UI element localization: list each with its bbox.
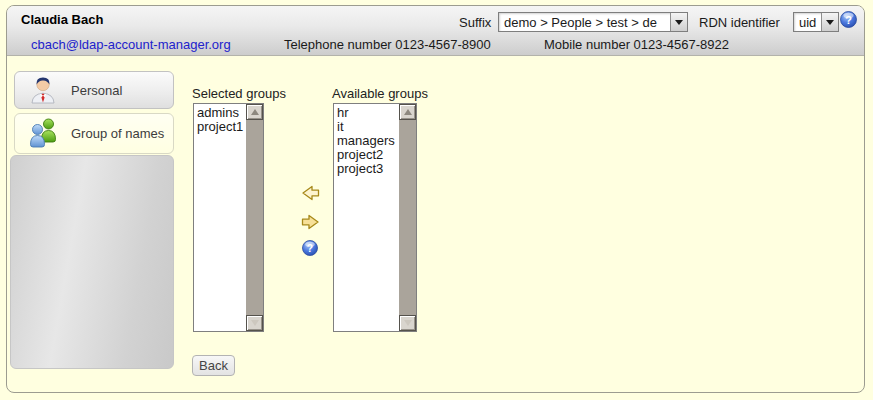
group-icon [29, 116, 57, 151]
tab-group-of-names[interactable]: Group of names [14, 113, 174, 154]
page-title: Claudia Bach [21, 12, 103, 27]
list-item[interactable]: project2 [334, 148, 399, 162]
suffix-select-arrow[interactable] [670, 13, 687, 31]
suffix-select-value: demo > People > test > de [499, 13, 670, 31]
rdn-select-value: uid [794, 13, 821, 31]
svg-text:?: ? [845, 14, 852, 26]
scroll-down-button[interactable] [246, 315, 263, 331]
email-link[interactable]: cbach@ldap-account-manager.org [31, 37, 231, 52]
suffix-label: Suffix [459, 15, 491, 30]
scrollbar[interactable] [246, 104, 263, 331]
scrollbar[interactable] [399, 104, 416, 331]
rdn-identifier-select[interactable]: uid [793, 12, 839, 32]
triangle-up-icon [251, 109, 259, 115]
available-groups-label: Available groups [332, 86, 428, 101]
move-left-arrow-icon[interactable] [301, 185, 320, 204]
list-item[interactable]: it [334, 120, 399, 134]
scroll-up-button[interactable] [246, 104, 263, 120]
triangle-up-icon [404, 109, 412, 115]
move-right-arrow-icon[interactable] [301, 214, 320, 233]
person-icon [29, 74, 57, 107]
available-groups-listbox[interactable]: hritmanagersproject2project3 [333, 103, 417, 332]
scroll-up-button[interactable] [399, 104, 416, 120]
tab-personal-label: Personal [71, 83, 122, 98]
account-header: Claudia Bach cbach@ldap-account-manager.… [7, 6, 864, 56]
tab-group-of-names-label: Group of names [71, 126, 164, 141]
selected-groups-label: Selected groups [192, 86, 286, 101]
available-groups-items: hritmanagersproject2project3 [334, 104, 399, 331]
page-container: Claudia Bach cbach@ldap-account-manager.… [6, 5, 865, 393]
list-item[interactable]: project3 [334, 162, 399, 176]
back-button[interactable]: Back [192, 355, 235, 376]
selected-groups-listbox[interactable]: adminsproject1 [193, 103, 264, 332]
tab-personal[interactable]: Personal [14, 71, 174, 109]
list-item[interactable]: hr [334, 106, 399, 120]
triangle-down-icon [251, 320, 259, 326]
scroll-down-button[interactable] [399, 315, 416, 331]
sidebar-panel [10, 155, 174, 369]
chevron-down-icon [826, 20, 834, 25]
mobile-text: Mobile number 0123-4567-8922 [544, 37, 729, 52]
rdn-identifier-label: RDN identifier [699, 15, 780, 30]
help-icon[interactable]: ? [302, 240, 318, 259]
triangle-down-icon [404, 320, 412, 326]
rdn-select-arrow[interactable] [821, 13, 838, 31]
suffix-select[interactable]: demo > People > test > de [498, 12, 688, 32]
list-item[interactable]: project1 [194, 120, 246, 134]
help-icon[interactable]: ? [840, 11, 857, 31]
selected-groups-items: adminsproject1 [194, 104, 246, 331]
list-item[interactable]: admins [194, 106, 246, 120]
chevron-down-icon [675, 20, 683, 25]
list-item[interactable]: managers [334, 134, 399, 148]
svg-text:?: ? [307, 243, 313, 254]
telephone-text: Telephone number 0123-4567-8900 [284, 37, 491, 52]
